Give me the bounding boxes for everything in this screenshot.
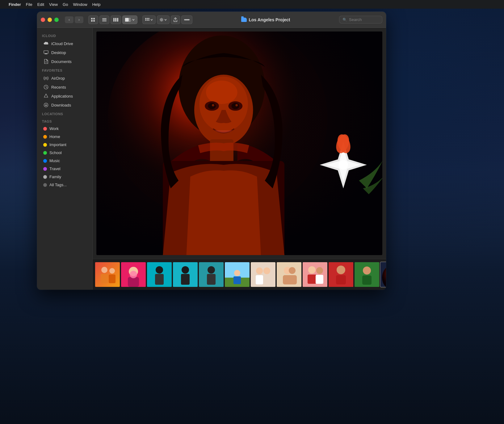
svg-point-57 (109, 268, 115, 274)
view-icon-button[interactable] (88, 15, 98, 24)
sidebar-item-tag-travel[interactable]: Travel (38, 165, 91, 173)
sidebar-item-tag-important[interactable]: Important (38, 141, 91, 149)
svg-rect-88 (283, 275, 297, 284)
svg-rect-58 (109, 275, 116, 283)
columns-icon (113, 18, 118, 22)
svg-point-69 (182, 266, 189, 274)
svg-rect-1 (93, 18, 95, 19)
svg-rect-24 (45, 53, 47, 54)
grid-icon (91, 18, 95, 22)
sidebar-item-tag-school[interactable]: School (38, 149, 91, 157)
sidebar-item-airdrop[interactable]: AirDrop (38, 74, 91, 82)
chevron-down-sort-icon (150, 19, 153, 21)
menu-bar: Finder File Edit View Go Window Help (0, 0, 504, 9)
search-input[interactable]: Search (349, 17, 362, 22)
sidebar-item-icloud-drive[interactable]: iCloud Drive (38, 39, 91, 48)
sidebar-item-tag-all[interactable]: All Tags... (38, 181, 91, 189)
menu-view[interactable]: View (49, 2, 58, 7)
sidebar-label-family: Family (49, 174, 61, 179)
thumbnail-12[interactable] (380, 262, 386, 287)
sidebar-item-recents[interactable]: Recents (38, 83, 91, 91)
sidebar-label-music: Music (49, 158, 60, 163)
chevron-down-icon (132, 19, 135, 21)
svg-point-47 (235, 104, 238, 107)
close-button[interactable] (41, 18, 45, 22)
svg-point-50 (338, 160, 348, 170)
thumbnail-10[interactable] (329, 262, 353, 287)
photo-preview-area (93, 28, 386, 259)
sidebar-label-recents: Recents (51, 85, 66, 90)
thumbnail-2[interactable] (121, 262, 146, 287)
thumbnail-5[interactable] (199, 262, 224, 287)
tag-dot-school (43, 151, 47, 155)
tag-dot-important (43, 143, 47, 147)
svg-rect-23 (44, 51, 48, 53)
main-content (93, 28, 386, 290)
sidebar-item-desktop[interactable]: Desktop (38, 48, 91, 57)
sidebar-item-tag-work[interactable]: Work (38, 125, 91, 132)
menu-window[interactable]: Window (73, 2, 87, 7)
view-column-button[interactable] (111, 15, 121, 24)
thumbnail-3[interactable] (147, 262, 172, 287)
window-title: Los Angeles Project (249, 17, 290, 22)
forward-icon: › (78, 17, 80, 22)
svg-point-41 (206, 81, 237, 104)
thumbnail-9[interactable] (303, 262, 327, 287)
thumbnail-11[interactable] (355, 262, 379, 287)
downloads-icon (43, 102, 49, 108)
sidebar-item-documents[interactable]: Documents (38, 57, 91, 66)
back-icon: ‹ (69, 17, 70, 22)
nav-buttons: ‹ › (65, 16, 83, 23)
svg-point-28 (45, 77, 47, 79)
tag-dot-family (43, 175, 47, 179)
menu-file[interactable]: File (26, 2, 32, 7)
share-button[interactable] (171, 15, 180, 24)
thumbnail-1[interactable] (95, 262, 120, 287)
svg-point-21 (161, 19, 162, 20)
share-icon (174, 18, 177, 22)
sidebar-item-tag-music[interactable]: Music (38, 157, 91, 165)
svg-point-46 (212, 104, 214, 107)
view-gallery-button[interactable] (122, 15, 137, 24)
folder-icon (241, 18, 247, 22)
sidebar-item-tag-home[interactable]: Home (38, 133, 91, 141)
forward-button[interactable]: › (75, 16, 83, 23)
tag-dot-music (43, 159, 47, 163)
view-list-button[interactable] (99, 15, 109, 24)
maximize-button[interactable] (54, 18, 59, 22)
sidebar-item-applications[interactable]: Applications (38, 92, 91, 100)
tag-dot-home (43, 135, 47, 139)
svg-point-55 (101, 267, 107, 273)
svg-rect-96 (336, 275, 346, 284)
sidebar-label-work: Work (49, 126, 59, 131)
action-button[interactable] (157, 15, 170, 24)
svg-rect-7 (113, 18, 115, 22)
tag-button[interactable] (181, 15, 192, 24)
svg-point-87 (289, 267, 296, 274)
thumbnail-6[interactable] (225, 262, 250, 287)
back-button[interactable]: ‹ (65, 16, 74, 23)
svg-rect-5 (102, 19, 107, 20)
svg-point-62 (130, 271, 137, 278)
svg-point-16 (147, 18, 148, 19)
menu-finder[interactable]: Finder (9, 2, 21, 7)
search-box[interactable]: 🔍 Search (339, 16, 382, 23)
thumbnail-8[interactable] (277, 262, 301, 287)
documents-icon (43, 59, 49, 64)
menu-edit[interactable]: Edit (37, 2, 44, 7)
title-bar: ‹ › (37, 12, 386, 28)
minimize-button[interactable] (48, 18, 52, 22)
svg-rect-84 (263, 275, 271, 284)
sidebar-item-tag-family[interactable]: Family (38, 173, 91, 181)
menu-help[interactable]: Help (92, 2, 101, 7)
menu-go[interactable]: Go (63, 2, 68, 7)
svg-point-81 (256, 267, 263, 274)
svg-rect-56 (101, 274, 108, 283)
window-title-area: Los Angeles Project (195, 17, 337, 22)
sort-button[interactable] (142, 15, 156, 24)
tag-dot-travel (43, 167, 47, 171)
thumbnail-4[interactable] (173, 262, 198, 287)
sidebar-item-downloads[interactable]: Downloads (38, 101, 91, 109)
favorites-section-header: Favorites (37, 66, 92, 73)
thumbnail-7[interactable] (251, 262, 275, 287)
